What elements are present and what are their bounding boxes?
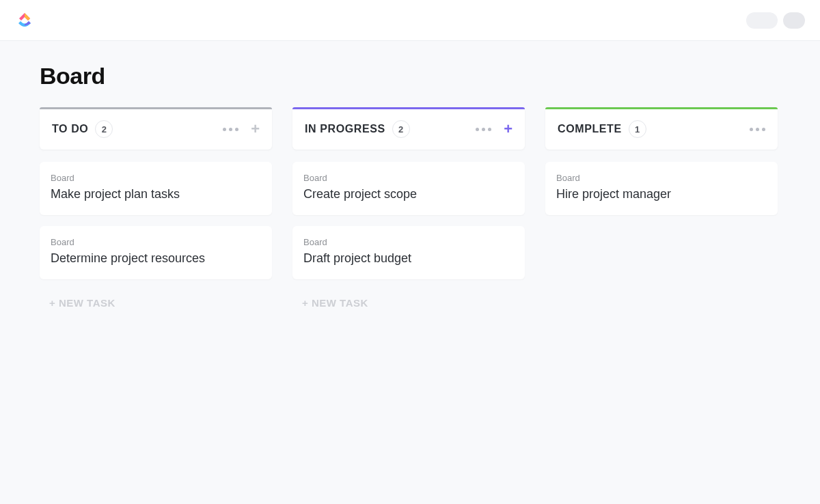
topbar-button-a[interactable]	[746, 12, 778, 29]
page-content: Board TO DO 2 + Board Make project plan …	[0, 41, 820, 337]
column-todo: TO DO 2 + Board Make project plan tasks …	[40, 107, 272, 316]
task-card[interactable]: Board Determine project resources	[40, 226, 272, 279]
column-header-left: IN PROGRESS 2	[305, 120, 410, 138]
card-title: Determine project resources	[51, 251, 261, 266]
card-list-label: Board	[51, 173, 261, 183]
column-header: TO DO 2 +	[40, 107, 272, 150]
status-label: TO DO	[52, 123, 88, 135]
column-header-right: +	[476, 122, 512, 137]
card-list-label: Board	[303, 237, 514, 247]
status-label: COMPLETE	[558, 123, 622, 135]
card-title: Make project plan tasks	[51, 187, 261, 201]
card-list-label: Board	[556, 173, 767, 183]
card-title: Create project scope	[303, 187, 514, 201]
new-task-button[interactable]: + NEW TASK	[292, 290, 525, 316]
plus-icon[interactable]: +	[504, 122, 512, 137]
count-badge: 1	[629, 120, 646, 138]
kanban-board: TO DO 2 + Board Make project plan tasks …	[40, 107, 780, 316]
column-header: IN PROGRESS 2 +	[292, 107, 525, 150]
column-header-left: TO DO 2	[52, 120, 113, 138]
task-card[interactable]: Board Create project scope	[292, 162, 525, 215]
column-inprogress: IN PROGRESS 2 + Board Create project sco…	[292, 107, 525, 316]
topbar-button-b[interactable]	[783, 12, 805, 29]
plus-icon[interactable]: +	[251, 122, 260, 137]
topbar	[0, 0, 820, 41]
status-label: IN PROGRESS	[305, 123, 385, 135]
column-header: COMPLETE 1	[545, 107, 778, 150]
more-icon[interactable]	[750, 128, 765, 131]
task-card[interactable]: Board Hire project manager	[545, 162, 778, 215]
column-header-right	[750, 128, 765, 131]
card-title: Draft project budget	[303, 251, 514, 266]
task-card[interactable]: Board Make project plan tasks	[40, 162, 272, 215]
page-title: Board	[40, 63, 780, 89]
column-complete: COMPLETE 1 Board Hire project manager	[545, 107, 778, 316]
more-icon[interactable]	[223, 128, 238, 131]
card-list-label: Board	[51, 237, 261, 247]
new-task-button[interactable]: + NEW TASK	[40, 290, 272, 316]
count-badge: 2	[392, 120, 410, 138]
topbar-actions	[746, 12, 805, 29]
column-header-right: +	[223, 122, 260, 137]
card-title: Hire project manager	[556, 187, 767, 201]
card-list-label: Board	[303, 173, 514, 183]
app-logo	[15, 11, 34, 30]
count-badge: 2	[95, 120, 113, 138]
task-card[interactable]: Board Draft project budget	[292, 226, 525, 279]
column-header-left: COMPLETE 1	[558, 120, 646, 138]
more-icon[interactable]	[476, 128, 491, 131]
